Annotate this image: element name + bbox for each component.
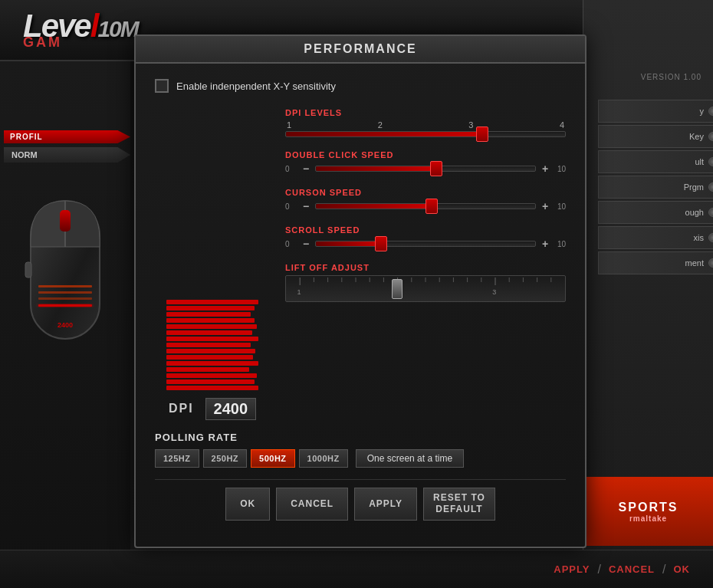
cursor-speed-section: CURSON SPEED 0 − + 10 bbox=[285, 188, 566, 212]
dpi-levels-title: DPI LEVELS bbox=[285, 108, 566, 117]
dpi-stripe-12 bbox=[166, 367, 249, 372]
scroll-speed-minus[interactable]: − bbox=[301, 238, 311, 250]
xy-sensitivity-row: Enable indenpendent X-Y sensitivity bbox=[155, 79, 566, 93]
apply-button[interactable]: APPLY bbox=[354, 488, 417, 521]
poll-500hz[interactable]: 500HZ bbox=[251, 449, 295, 468]
scroll-speed-fill bbox=[316, 241, 382, 246]
cursor-speed-fill bbox=[316, 204, 430, 209]
left-sidebar: PROFIL NORM bbox=[0, 61, 130, 588]
right-menu-item-6[interactable]: ment bbox=[598, 251, 713, 274]
double-click-slider-row: 0 − + 10 bbox=[285, 163, 566, 175]
svg-rect-5 bbox=[38, 285, 92, 287]
scroll-speed-section: SCROLL SPEED 0 − + 10 bbox=[285, 225, 566, 250]
right-menu-item-5[interactable]: xis bbox=[598, 226, 713, 249]
scroll-speed-slider[interactable] bbox=[315, 241, 536, 247]
sliders-area: DPI LEVELS 1 2 3 4 DOUBLE CLICK SPEED bbox=[285, 108, 566, 428]
right-panel: VERSION 1.00 y Key ult Prgm ough xis men… bbox=[583, 0, 713, 588]
scroll-speed-max: 10 bbox=[554, 240, 566, 248]
dpi-visual-area: DPI 2400 bbox=[155, 108, 270, 428]
poll-1000hz[interactable]: 1000HZ bbox=[299, 449, 348, 468]
svg-rect-7 bbox=[38, 297, 92, 300]
dpi-levels-thumb[interactable] bbox=[476, 126, 488, 142]
dpi-stripe-6 bbox=[166, 330, 252, 335]
xy-sensitivity-checkbox[interactable] bbox=[155, 79, 169, 93]
scroll-speed-min: 0 bbox=[285, 240, 297, 248]
cursor-speed-title: CURSON SPEED bbox=[285, 188, 566, 197]
modal-content: Enable indenpendent X-Y sensitivity bbox=[136, 64, 585, 536]
dpi-level-numbers: 1 2 3 4 bbox=[285, 120, 566, 130]
scroll-speed-plus[interactable]: + bbox=[540, 238, 550, 250]
svg-rect-4 bbox=[38, 304, 92, 307]
right-menu-item-4[interactable]: ough bbox=[598, 201, 713, 224]
dpi-stripe-1 bbox=[166, 300, 258, 304]
double-click-max: 10 bbox=[554, 165, 566, 173]
dpi-levels-fill bbox=[286, 132, 481, 136]
right-menu-item-0[interactable]: y bbox=[598, 100, 713, 123]
dpi-stripe-3 bbox=[166, 312, 251, 317]
cursor-speed-minus[interactable]: − bbox=[301, 200, 311, 212]
lift-off-thumb[interactable] bbox=[392, 279, 402, 299]
double-click-thumb[interactable] bbox=[430, 161, 442, 176]
dpi-levels-slider[interactable] bbox=[285, 131, 566, 137]
dpi-stripes bbox=[166, 300, 258, 390]
cancel-button[interactable]: CANCEL bbox=[276, 488, 348, 521]
right-menu-item-2[interactable]: ult bbox=[598, 150, 713, 173]
double-click-plus[interactable]: + bbox=[540, 163, 550, 175]
right-menu-item-1[interactable]: Key bbox=[598, 125, 713, 148]
right-menu-item-3[interactable]: Prgm bbox=[598, 176, 713, 199]
lift-off-title: LIFT OFF ADJUST bbox=[285, 263, 566, 272]
bottom-sep-1: / bbox=[597, 563, 600, 577]
action-buttons: OK CANCEL APPLY RESET TO DEFAULT bbox=[155, 479, 566, 521]
one-screen-button[interactable]: One screen at a time bbox=[356, 449, 464, 468]
polling-rate-section: POLLING RATE 125HZ 250HZ 500HZ 1000HZ On… bbox=[155, 432, 566, 468]
dpi-stripe-4 bbox=[166, 318, 255, 323]
lift-off-ruler: 1 2 3 bbox=[286, 276, 565, 301]
scroll-speed-thumb[interactable] bbox=[375, 236, 387, 251]
dpi-level-1: 1 bbox=[287, 120, 291, 130]
dpi-level-4: 4 bbox=[560, 120, 564, 130]
main-content-area: DPI 2400 DPI LEVELS 1 2 3 4 bbox=[155, 108, 566, 428]
double-click-slider-container bbox=[315, 166, 536, 172]
double-click-min: 0 bbox=[285, 165, 297, 173]
profile-label: PROFIL bbox=[4, 130, 130, 143]
bottom-cancel-button[interactable]: Cancel bbox=[609, 563, 655, 575]
reset-to-default-button[interactable]: RESET TO DEFAULT bbox=[423, 488, 495, 521]
dpi-value: 2400 bbox=[205, 398, 257, 420]
bottom-ok-button[interactable]: OK bbox=[674, 563, 691, 575]
scroll-speed-title: SCROLL SPEED bbox=[285, 225, 566, 235]
svg-text:1: 1 bbox=[297, 288, 301, 296]
svg-text:3: 3 bbox=[492, 288, 496, 296]
dpi-stripe-7 bbox=[166, 337, 258, 341]
poll-125hz[interactable]: 125HZ bbox=[155, 449, 199, 468]
double-click-speed-section: DOUBLE CLICK SPEED 0 − + 10 bbox=[285, 150, 566, 175]
cursor-speed-slider-container bbox=[315, 203, 536, 209]
cursor-speed-min: 0 bbox=[285, 202, 297, 211]
dpi-stripe-13 bbox=[166, 373, 257, 378]
modal-title: Performance bbox=[304, 42, 416, 56]
bottom-apply-button[interactable]: Apply bbox=[554, 563, 590, 575]
dpi-level-2: 2 bbox=[378, 120, 383, 130]
cursor-speed-plus[interactable]: + bbox=[540, 200, 550, 212]
svg-rect-2 bbox=[60, 210, 71, 232]
double-click-slider[interactable] bbox=[315, 166, 536, 172]
dpi-stripe-9 bbox=[166, 349, 255, 353]
double-click-minus[interactable]: − bbox=[301, 163, 311, 175]
polling-buttons-row: 125HZ 250HZ 500HZ 1000HZ One screen at a… bbox=[155, 449, 566, 468]
cursor-speed-thumb[interactable] bbox=[426, 199, 438, 214]
polling-rate-label: POLLING RATE bbox=[155, 432, 566, 443]
lift-off-track[interactable]: 1 2 3 bbox=[285, 275, 566, 302]
dpi-stripe-15 bbox=[166, 386, 258, 390]
bottom-bar: Apply / Cancel / OK bbox=[0, 550, 713, 588]
cursor-speed-slider[interactable] bbox=[315, 203, 536, 209]
right-menu: y Key ult Prgm ough xis ment bbox=[598, 100, 713, 277]
cursor-speed-slider-row: 0 − + 10 bbox=[285, 200, 566, 212]
dpi-stripe-10 bbox=[166, 355, 253, 360]
ok-button[interactable]: OK bbox=[225, 488, 270, 521]
svg-rect-6 bbox=[38, 291, 92, 294]
modal-header: Performance bbox=[136, 36, 585, 64]
poll-250hz[interactable]: 250HZ bbox=[203, 449, 248, 468]
lift-off-section: LIFT OFF ADJUST bbox=[285, 263, 566, 302]
svg-rect-3 bbox=[25, 262, 31, 278]
app-subtitle: GAM bbox=[23, 34, 62, 51]
version-right: VERSION 1.00 bbox=[641, 73, 702, 81]
